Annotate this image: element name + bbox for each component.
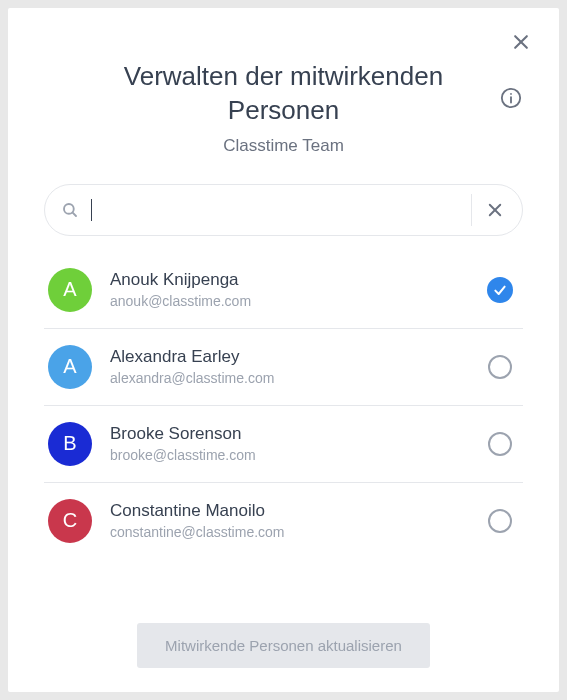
person-email: constantine@classtime.com <box>110 524 487 540</box>
unchecked-circle-icon <box>488 355 512 379</box>
unchecked-circle-icon <box>488 509 512 533</box>
selection-toggle[interactable] <box>487 431 513 457</box>
avatar: C <box>48 499 92 543</box>
modal-wrapper: Verwalten der mitwirkenden Personen Clas… <box>0 0 567 700</box>
person-info: Constantine Manoiloconstantine@classtime… <box>110 501 487 540</box>
person-email: alexandra@classtime.com <box>110 370 487 386</box>
avatar: A <box>48 345 92 389</box>
selection-toggle[interactable] <box>487 508 513 534</box>
modal-footer: Mitwirkende Personen aktualisieren <box>44 623 523 668</box>
manage-collaborators-modal: Verwalten der mitwirkenden Personen Clas… <box>8 8 559 692</box>
svg-point-4 <box>510 93 512 95</box>
person-email: brooke@classtime.com <box>110 447 487 463</box>
clear-icon <box>486 201 504 219</box>
update-collaborators-button[interactable]: Mitwirkende Personen aktualisieren <box>137 623 430 668</box>
person-info: Brooke Sorensonbrooke@classtime.com <box>110 424 487 463</box>
people-list: AAnouk Knijpengaanouk@classtime.comAAlex… <box>44 252 523 611</box>
avatar: A <box>48 268 92 312</box>
unchecked-circle-icon <box>488 432 512 456</box>
person-info: Anouk Knijpengaanouk@classtime.com <box>110 270 487 309</box>
person-email: anouk@classtime.com <box>110 293 487 309</box>
close-button[interactable] <box>507 28 535 56</box>
search-clear-button[interactable] <box>471 194 510 226</box>
person-info: Alexandra Earleyalexandra@classtime.com <box>110 347 487 386</box>
svg-line-6 <box>72 212 76 216</box>
modal-subtitle: Classtime Team <box>44 136 523 156</box>
person-row[interactable]: CConstantine Manoiloconstantine@classtim… <box>44 483 523 559</box>
person-row[interactable]: AAlexandra Earleyalexandra@classtime.com <box>44 329 523 406</box>
selection-toggle[interactable] <box>487 354 513 380</box>
selection-toggle[interactable] <box>487 277 513 303</box>
text-cursor <box>91 199 92 221</box>
person-row[interactable]: AAnouk Knijpengaanouk@classtime.com <box>44 252 523 329</box>
person-name: Anouk Knijpenga <box>110 270 487 290</box>
person-name: Constantine Manoilo <box>110 501 487 521</box>
modal-title: Verwalten der mitwirkenden Personen <box>44 60 523 128</box>
close-icon <box>511 32 531 52</box>
check-icon <box>492 282 508 298</box>
modal-header: Verwalten der mitwirkenden Personen Clas… <box>44 60 523 156</box>
person-name: Alexandra Earley <box>110 347 487 367</box>
search-icon <box>61 201 79 219</box>
person-row[interactable]: BBrooke Sorensonbrooke@classtime.com <box>44 406 523 483</box>
search-input[interactable] <box>96 201 463 219</box>
avatar: B <box>48 422 92 466</box>
person-name: Brooke Sorenson <box>110 424 487 444</box>
search-field[interactable] <box>44 184 523 236</box>
info-icon <box>500 87 522 109</box>
info-button[interactable] <box>499 86 523 110</box>
